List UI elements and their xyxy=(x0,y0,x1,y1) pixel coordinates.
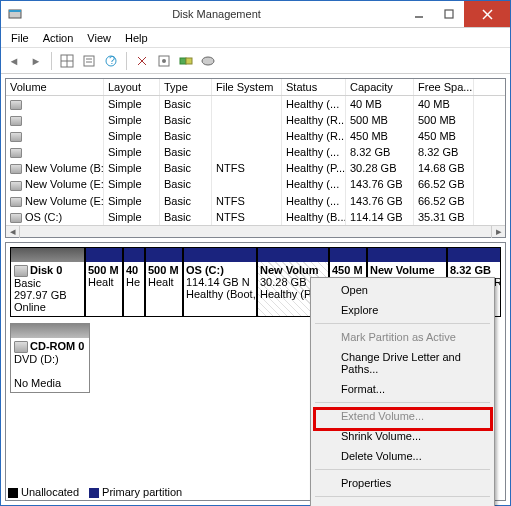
scroll-right-icon[interactable]: ▸ xyxy=(491,226,505,238)
cdrom-icon xyxy=(14,341,28,353)
disk0-header[interactable]: Disk 0 Basic 297.97 GB Online xyxy=(10,247,85,317)
swatch-unallocated xyxy=(8,488,18,498)
volume-icon xyxy=(10,116,22,126)
table-row[interactable]: New Volume (E:)SimpleBasicHealthy (...14… xyxy=(6,176,505,192)
col-status[interactable]: Status xyxy=(282,79,346,95)
menu-file[interactable]: File xyxy=(5,31,35,45)
svg-rect-18 xyxy=(180,58,186,64)
maximize-button[interactable] xyxy=(434,1,464,27)
volume-icon xyxy=(10,197,22,207)
partition[interactable]: 500 MHealt xyxy=(145,247,183,317)
svg-point-17 xyxy=(162,59,166,63)
legend: Unallocated Primary partition xyxy=(8,486,182,498)
partition[interactable]: 40He xyxy=(123,247,145,317)
col-free[interactable]: Free Spa... xyxy=(414,79,474,95)
col-volume[interactable]: Volume xyxy=(6,79,104,95)
volume-list-header: Volume Layout Type File System Status Ca… xyxy=(6,79,505,96)
table-row[interactable]: New Volume (B:)SimpleBasicNTFSHealthy (P… xyxy=(6,160,505,176)
menubar: File Action View Help xyxy=(1,28,510,48)
ctx-extend: Extend Volume... xyxy=(313,406,492,426)
table-row[interactable]: OS (C:)SimpleBasicNTFSHealthy (B...114.1… xyxy=(6,209,505,225)
volume-icon xyxy=(10,164,22,174)
close-button[interactable] xyxy=(464,1,510,27)
tool-settings-icon[interactable] xyxy=(155,52,173,70)
ctx-change-letter[interactable]: Change Drive Letter and Paths... xyxy=(313,347,492,379)
toolbar: ◄ ► ? xyxy=(1,48,510,74)
context-menu: Open Explore Mark Partition as Active Ch… xyxy=(310,277,495,506)
volume-icon xyxy=(10,181,22,191)
partition[interactable]: 500 MHealt xyxy=(85,247,123,317)
volume-icon xyxy=(10,213,22,223)
partition[interactable]: OS (C:)114.14 GB NHealthy (Boot, xyxy=(183,247,257,317)
volume-icon xyxy=(10,100,22,110)
volume-icon xyxy=(10,148,22,158)
svg-point-20 xyxy=(202,57,214,65)
menu-view[interactable]: View xyxy=(81,31,117,45)
legend-primary: Primary partition xyxy=(102,486,182,498)
menu-help[interactable]: Help xyxy=(119,31,154,45)
tool-disk-icon[interactable] xyxy=(199,52,217,70)
ctx-explore[interactable]: Explore xyxy=(313,300,492,320)
volume-scrollbar[interactable]: ◂ ▸ xyxy=(6,225,505,237)
tool-x-icon[interactable] xyxy=(133,52,151,70)
volume-list: Volume Layout Type File System Status Ca… xyxy=(5,78,506,238)
ctx-shrink[interactable]: Shrink Volume... xyxy=(313,426,492,446)
app-icon xyxy=(5,4,25,24)
table-row[interactable]: New Volume (E:)SimpleBasicNTFSHealthy (.… xyxy=(6,193,505,209)
col-layout[interactable]: Layout xyxy=(104,79,160,95)
table-row[interactable]: SimpleBasicHealthy (R...450 MB450 MB xyxy=(6,128,505,144)
back-icon[interactable]: ◄ xyxy=(5,52,23,70)
svg-rect-19 xyxy=(186,58,192,64)
ctx-properties[interactable]: Properties xyxy=(313,473,492,493)
legend-unallocated: Unallocated xyxy=(21,486,79,498)
col-fs[interactable]: File System xyxy=(212,79,282,95)
forward-icon[interactable]: ► xyxy=(27,52,45,70)
ctx-delete[interactable]: Delete Volume... xyxy=(313,446,492,466)
swatch-primary xyxy=(89,488,99,498)
tool-partition-icon[interactable] xyxy=(177,52,195,70)
svg-rect-9 xyxy=(84,56,94,66)
menu-action[interactable]: Action xyxy=(37,31,80,45)
volume-icon xyxy=(10,132,22,142)
col-type[interactable]: Type xyxy=(160,79,212,95)
minimize-button[interactable] xyxy=(404,1,434,27)
ctx-mark-active: Mark Partition as Active xyxy=(313,327,492,347)
col-capacity[interactable]: Capacity xyxy=(346,79,414,95)
cdrom-header[interactable]: CD-ROM 0 DVD (D:) No Media xyxy=(10,323,90,393)
ctx-open[interactable]: Open xyxy=(313,280,492,300)
svg-rect-1 xyxy=(9,10,21,12)
table-row[interactable]: SimpleBasicHealthy (...8.32 GB8.32 GB xyxy=(6,144,505,160)
svg-text:?: ? xyxy=(109,54,115,66)
ctx-help[interactable]: Help xyxy=(313,500,492,506)
scroll-left-icon[interactable]: ◂ xyxy=(6,226,20,238)
window-title: Disk Management xyxy=(29,8,404,20)
tool-props-icon[interactable] xyxy=(80,52,98,70)
ctx-format[interactable]: Format... xyxy=(313,379,492,399)
svg-rect-3 xyxy=(445,10,453,18)
table-row[interactable]: SimpleBasicHealthy (R...500 MB500 MB xyxy=(6,112,505,128)
tool-help-icon[interactable]: ? xyxy=(102,52,120,70)
titlebar: Disk Management xyxy=(1,1,510,28)
table-row[interactable]: SimpleBasicHealthy (...40 MB40 MB xyxy=(6,96,505,112)
tool-grid-icon[interactable] xyxy=(58,52,76,70)
disk-icon xyxy=(14,265,28,277)
